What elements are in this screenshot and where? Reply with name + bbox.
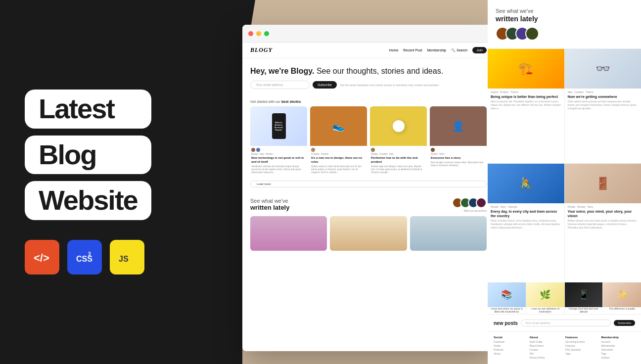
badge-latest-text: Latest xyxy=(39,93,114,124)
footer-membership-me[interactable]: Membership xyxy=(601,344,636,347)
sidebar-top-line2: written lately xyxy=(496,15,633,23)
footer-features-fe[interactable]: Features xyxy=(565,344,599,347)
footer-membership-ac[interactable]: Account xyxy=(601,340,636,343)
footer-social-vi[interactable]: Vimeo xyxy=(494,352,528,355)
stories-section: Get started with our best stories Believ… xyxy=(242,96,495,193)
mini-text-4: The difference is quality xyxy=(603,307,641,311)
load-more-button[interactable]: Load more xyxy=(250,181,487,187)
story-card-desc-1: Vestibulum vehicula dui venenatis neque … xyxy=(251,165,306,175)
bottom-images xyxy=(242,216,495,251)
badge-blog: Blog xyxy=(25,136,151,175)
blog-logo: BLOGY xyxy=(250,46,273,54)
story-card-1[interactable]: Believe,Achieve,Succeed,Repeat. Design I… xyxy=(250,106,307,176)
hero-email-note: Get the email newsletter and unlock acce… xyxy=(340,84,439,87)
sidebar-top-line1: See what we've xyxy=(496,8,633,14)
story-tag: Idea xyxy=(260,153,264,155)
bottom-img-2 xyxy=(330,216,407,251)
sidebar-card-4[interactable]: 🚪 People Review Story Your voice, your m… xyxy=(565,164,641,282)
svg-text:JS: JS xyxy=(119,255,129,263)
footer-about-404[interactable]: 404 xyxy=(530,352,564,355)
sidebar-card-desc-1: Nam in posuere dui. Phasellus dapibus, e… xyxy=(488,100,564,112)
story-meta-2: Creative Product It's a new era in desig… xyxy=(310,146,367,176)
blog-nav: BLOGY Home Recent Post Membership 🔍 Sear… xyxy=(242,43,495,58)
story-tag: Design xyxy=(251,153,258,155)
nav-search-label[interactable]: Search xyxy=(457,48,467,52)
new-posts-email-input[interactable]: Your email address xyxy=(521,319,611,326)
story-meta-3: Design Creative Idea Perfection has to d… xyxy=(370,146,427,176)
mini-item-3[interactable]: 📱 Change your look and your attitude xyxy=(565,282,603,314)
footer-social: Social Facebook Twitter Pinterest Vimeo xyxy=(494,336,528,360)
sidebar-card-1[interactable]: 🏗️ Inspire Product Theme Being unique is… xyxy=(488,49,564,163)
story-card-title-1: New technology is not good or evil in an… xyxy=(251,156,306,164)
footer-about-pp[interactable]: Privacy Policy xyxy=(530,356,564,359)
footer-about-bn[interactable]: Blog & News xyxy=(530,344,564,347)
badge-website-text: Website xyxy=(39,184,137,216)
footer-features-tags[interactable]: Tags xyxy=(565,352,599,355)
footer-social-fb[interactable]: Facebook xyxy=(494,340,528,343)
footer-membership-au[interactable]: Authors xyxy=(601,356,636,359)
sidebar-card-title-1: Being unique is better than being perfec… xyxy=(488,94,564,100)
footer-membership-su[interactable]: Subscriber xyxy=(601,348,636,351)
story-tag: Idea xyxy=(389,153,394,155)
phone-card-text: Believe,Achieve,Succeed,Repeat. xyxy=(275,121,283,132)
footer-membership: Membership Account Membership Subscriber… xyxy=(601,336,636,360)
footer-about-co[interactable]: Contact xyxy=(530,348,564,351)
sidebar-top-bold: written lately xyxy=(496,15,633,23)
stories-label: Get started with our best stories xyxy=(250,100,487,103)
story-tag: Creative xyxy=(379,153,388,155)
story-card-4[interactable]: 👤 People Story Everyone has a story Non … xyxy=(430,106,487,176)
hero-email-input[interactable]: Your email address xyxy=(250,81,310,89)
story-card-title-3: Perfection has to do with the end produc… xyxy=(371,156,426,164)
story-meta-4: People Story Everyone has a story Non es… xyxy=(430,146,487,169)
footer-features-ue[interactable]: Upcoming Events xyxy=(565,340,599,343)
footer-social-title: Social xyxy=(494,336,528,339)
nav-membership[interactable]: Membership xyxy=(427,48,446,52)
mini-item-4[interactable]: ✨ The difference is quality xyxy=(603,282,641,314)
see-what-line1: See what we've xyxy=(250,198,289,204)
sc-tags-2: Idea Creative Theme xyxy=(565,89,641,94)
right-sidebar: See what we've written lately 🏗️ Inspire… xyxy=(488,0,641,364)
footer-about: About Style Guide Blog & News Contact 40… xyxy=(530,336,564,360)
browser-content: BLOGY Home Recent Post Membership 🔍 Sear… xyxy=(242,43,495,351)
sc-tags-4: People Review Story xyxy=(565,203,641,209)
story-card-desc-3: Aenean eget uma aliquet, viverra orci qu… xyxy=(371,165,426,175)
sidebar-avatars xyxy=(496,27,633,41)
stories-label-start: Get started with our xyxy=(250,100,280,103)
footer-about-sg[interactable]: Style Guide xyxy=(530,340,564,343)
sc-tags-1: Inspire Product Theme xyxy=(488,89,564,94)
footer-about-title: About xyxy=(530,336,564,339)
join-button[interactable]: Join xyxy=(472,47,487,53)
footer-features-faq[interactable]: FAQ Question xyxy=(565,348,599,351)
html-icon: </> xyxy=(25,240,59,274)
footer-social-tw[interactable]: Twitter xyxy=(494,344,528,347)
svg-text:</>: </> xyxy=(34,252,49,264)
footer-features-title: Features xyxy=(565,336,599,339)
svg-text:3: 3 xyxy=(88,251,91,257)
new-posts-label: new posts xyxy=(494,320,518,326)
left-panel: Latest Blog Website </> CSS 3 JS xyxy=(0,0,242,364)
sc-tags-3: People Story Lifestyle xyxy=(488,203,564,209)
sidebar-card-title-4: Your voice, your mind, your story, your … xyxy=(565,209,641,219)
story-card-2[interactable]: 👟 Creative Product It's a new era in des… xyxy=(310,106,367,176)
hero-title: Hey, we're Blogy. See our thoughts, stor… xyxy=(250,66,487,76)
sidebar-card-2[interactable]: 👓 Idea Creative Theme Now we're getting … xyxy=(565,49,641,163)
nav-recent[interactable]: Recent Post xyxy=(403,48,422,52)
hero-subscribe-btn[interactable]: Subscribe xyxy=(313,81,337,89)
sidebar-card-3[interactable]: 🚴 People Story Lifestyle Every day, in e… xyxy=(488,164,564,282)
nav-search-wrap[interactable]: 🔍 Search xyxy=(451,48,467,52)
sidebar-card-desc-2: Class aptent taciti sociosqu ad litora t… xyxy=(565,100,641,112)
story-card-3[interactable]: Design Creative Idea Perfection has to d… xyxy=(370,106,427,176)
footer-membership-ta[interactable]: Tags xyxy=(601,352,636,355)
new-posts-subscribe-btn[interactable]: Subscribe xyxy=(614,320,635,326)
footer-social-pi[interactable]: Pinterest xyxy=(494,348,528,351)
sidebar-card-desc-4: Nullam laoreet non eros turpis porta, ut… xyxy=(565,219,641,231)
badge-website: Website xyxy=(25,181,151,220)
story-tag: Product xyxy=(321,153,329,155)
story-meta-1: Design Idea Review New technology is not… xyxy=(250,146,307,176)
mini-item-2[interactable]: 🌿 I own my own definition of minimalism xyxy=(526,282,564,314)
see-what-right: Meet our top authors xyxy=(452,197,487,212)
nav-home[interactable]: Home xyxy=(389,48,399,52)
mini-img-2: 🌿 xyxy=(526,282,564,307)
sidebar-avatar-4 xyxy=(525,27,539,41)
mini-item-1[interactable]: 📚 I work best when my space is filled wi… xyxy=(488,282,526,314)
